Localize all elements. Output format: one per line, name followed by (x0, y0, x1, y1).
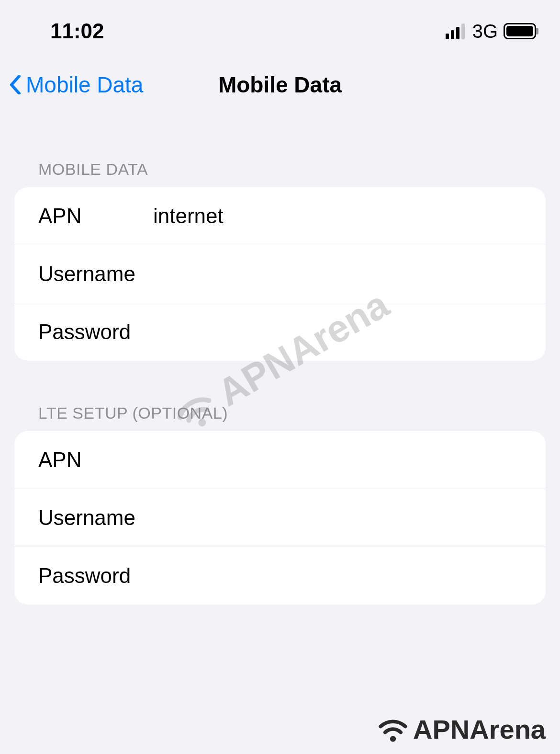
section-group-lte: APN Username Password (14, 431, 546, 605)
username-label: Username (38, 262, 153, 286)
chevron-back-icon (10, 75, 21, 94)
row-lte-password[interactable]: Password (14, 547, 546, 605)
watermark-bottom: APNArena (377, 713, 546, 745)
apn-input[interactable] (153, 204, 522, 228)
content: MOBILE DATA APN Username Password LTE SE… (0, 112, 560, 605)
signal-strength-icon (446, 23, 465, 39)
lte-username-label: Username (38, 506, 153, 530)
row-apn[interactable]: APN (14, 187, 546, 245)
wifi-icon (377, 713, 409, 745)
lte-username-input[interactable] (153, 506, 522, 530)
back-label: Mobile Data (26, 72, 143, 98)
row-username[interactable]: Username (14, 245, 546, 303)
section-header-mobile-data: MOBILE DATA (14, 160, 546, 179)
status-bar: 11:02 3G (0, 0, 560, 57)
row-lte-apn[interactable]: APN (14, 431, 546, 489)
apn-label: APN (38, 204, 153, 228)
lte-apn-label: APN (38, 448, 153, 472)
lte-password-input[interactable] (153, 564, 522, 588)
watermark-text: APNArena (413, 714, 546, 745)
row-password[interactable]: Password (14, 303, 546, 361)
section-group-mobile-data: APN Username Password (14, 187, 546, 361)
username-input[interactable] (153, 262, 522, 286)
battery-icon (504, 23, 536, 39)
section-header-lte: LTE SETUP (OPTIONAL) (14, 404, 546, 423)
status-right: 3G (446, 21, 536, 42)
network-type: 3G (472, 21, 498, 42)
lte-apn-input[interactable] (153, 448, 522, 472)
page-title: Mobile Data (218, 72, 342, 98)
status-time: 11:02 (50, 19, 104, 43)
password-label: Password (38, 320, 153, 344)
nav-header: Mobile Data Mobile Data (0, 57, 560, 112)
lte-password-label: Password (38, 564, 153, 588)
row-lte-username[interactable]: Username (14, 489, 546, 547)
password-input[interactable] (153, 320, 522, 344)
back-button[interactable]: Mobile Data (10, 72, 143, 98)
svg-point-1 (390, 736, 396, 742)
